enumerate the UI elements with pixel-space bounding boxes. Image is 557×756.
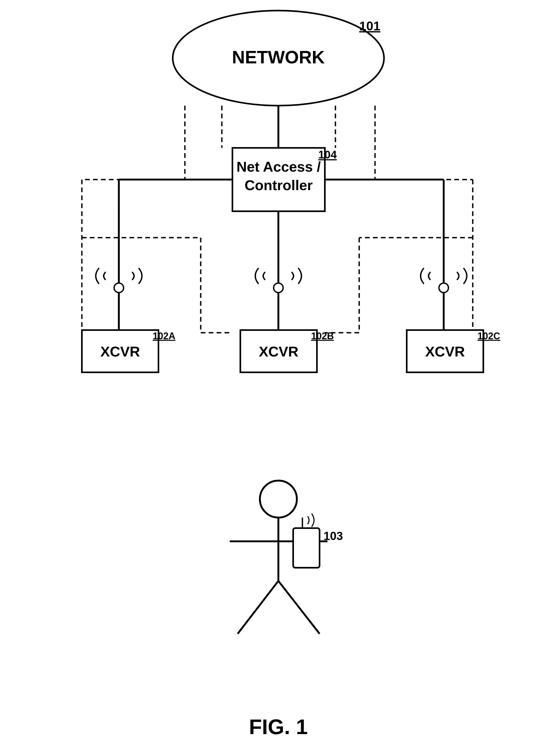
nac-label-line2: Controller [244, 177, 313, 193]
ref-103-label: 103 [324, 530, 343, 542]
network-label: NETWORK [232, 47, 325, 67]
main-diagram-svg: 101 NETWORK 104 Net Access / Controller [0, 0, 557, 756]
nac-ref-label: 104 [318, 148, 337, 161]
fig-label: FIG. 1 [249, 715, 308, 738]
xcvr-a-ref: 102A [153, 331, 175, 341]
svg-point-29 [114, 283, 124, 293]
svg-line-41 [278, 581, 320, 634]
nac-label-line1: Net Access / [236, 159, 321, 175]
svg-point-37 [260, 481, 297, 518]
ref-101-label: 101 [359, 19, 380, 33]
xcvr-b-ref: 102B [311, 331, 334, 341]
xcvr-c-ref: 102C [477, 331, 500, 341]
xcvr-b-label: XCVR [259, 343, 298, 359]
xcvr-c-label: XCVR [425, 343, 465, 359]
svg-point-31 [274, 283, 283, 293]
svg-rect-42 [293, 528, 320, 568]
svg-line-40 [238, 581, 278, 634]
diagram-container: 101 NETWORK 104 Net Access / Controller [0, 0, 557, 756]
svg-point-33 [439, 283, 448, 293]
xcvr-a-label: XCVR [100, 343, 140, 359]
